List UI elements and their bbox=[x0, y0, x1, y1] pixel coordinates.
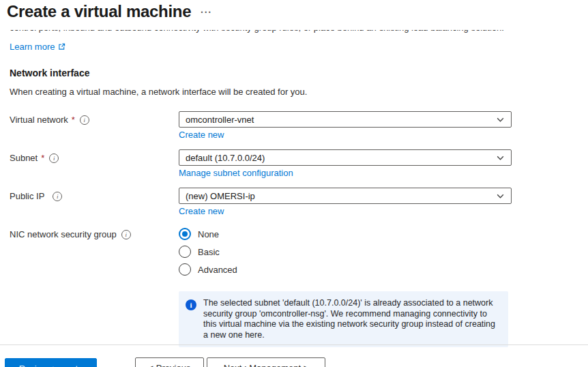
info-tooltip-icon[interactable]: i bbox=[80, 115, 89, 125]
public-ip-label: Public IP i bbox=[10, 191, 62, 201]
learn-more-label: Learn more bbox=[10, 42, 55, 52]
nsg-option-basic[interactable]: Basic bbox=[179, 243, 237, 261]
required-asterisk: * bbox=[72, 115, 75, 125]
nic-nsg-radio-group: None Basic Advanced bbox=[179, 225, 237, 278]
info-tooltip-icon[interactable]: i bbox=[53, 192, 62, 201]
subnet-dropdown[interactable]: default (10.7.0.0/24) bbox=[179, 149, 512, 166]
manage-subnet-configuration-link[interactable]: Manage subnet configuration bbox=[179, 168, 293, 178]
virtual-network-label: Virtual network* i bbox=[10, 115, 89, 125]
external-link-icon bbox=[58, 43, 65, 50]
subnet-nsg-info-box: i The selected subnet 'default (10.7.0.0… bbox=[179, 291, 508, 347]
review-create-button[interactable]: Review + create bbox=[5, 358, 97, 367]
nic-nsg-label: NIC network security group i bbox=[10, 229, 131, 239]
subnet-value: default (10.7.0.0/24) bbox=[186, 153, 265, 163]
previous-button[interactable]: < Previous bbox=[135, 357, 204, 367]
subnet-label: Subnet* i bbox=[10, 153, 59, 163]
nsg-option-advanced[interactable]: Advanced bbox=[179, 261, 237, 278]
footer-divider bbox=[0, 344, 588, 345]
public-ip-dropdown[interactable]: (new) OMERSI-ip bbox=[179, 188, 512, 204]
chevron-down-icon bbox=[496, 115, 505, 126]
nsg-option-none[interactable]: None bbox=[179, 225, 237, 243]
intro-paragraph-clipped: control ports, inbound and outbound conn… bbox=[10, 30, 542, 37]
more-options-icon[interactable]: ··· bbox=[201, 7, 212, 18]
radio-button[interactable] bbox=[179, 246, 191, 258]
create-new-vnet-link[interactable]: Create new bbox=[179, 130, 224, 140]
network-interface-heading: Network interface bbox=[10, 68, 89, 78]
learn-more-link[interactable]: Learn more bbox=[10, 42, 65, 52]
public-ip-value: (new) OMERSI-ip bbox=[186, 191, 255, 201]
radio-button[interactable] bbox=[179, 228, 191, 240]
virtual-network-value: omcontroller-vnet bbox=[186, 115, 254, 125]
page-title: Create a virtual machine bbox=[7, 2, 191, 21]
network-interface-description: When creating a virtual machine, a netwo… bbox=[10, 87, 307, 97]
chevron-down-icon bbox=[496, 153, 505, 164]
virtual-network-dropdown[interactable]: omcontroller-vnet bbox=[179, 111, 512, 128]
radio-label: Advanced bbox=[198, 265, 237, 275]
required-asterisk: * bbox=[41, 153, 44, 163]
info-tooltip-icon[interactable]: i bbox=[121, 230, 131, 239]
next-management-button[interactable]: Next : Management > bbox=[207, 357, 325, 367]
create-new-public-ip-link[interactable]: Create new bbox=[179, 206, 224, 216]
info-icon: i bbox=[186, 299, 196, 310]
radio-label: None bbox=[198, 229, 219, 239]
radio-label: Basic bbox=[198, 247, 220, 257]
chevron-down-icon bbox=[496, 192, 505, 203]
info-box-text: The selected subnet 'default (10.7.0.0/2… bbox=[203, 298, 499, 340]
info-tooltip-icon[interactable]: i bbox=[49, 153, 59, 163]
radio-button[interactable] bbox=[179, 263, 191, 276]
